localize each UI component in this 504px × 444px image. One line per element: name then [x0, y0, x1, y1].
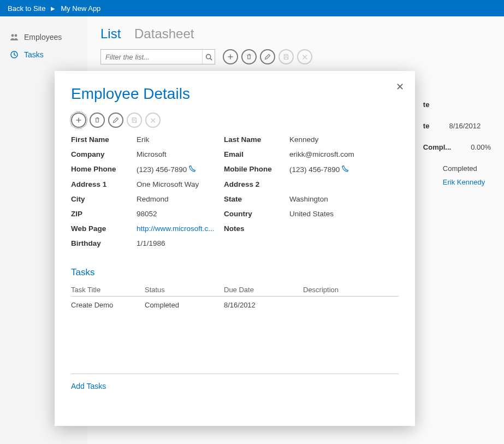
company-value: Microsoft [137, 150, 224, 158]
bg-pct: 0.00% [471, 143, 491, 159]
cell-description [303, 297, 399, 314]
save-button [278, 49, 294, 64]
home-phone-value: (123) 456-7890 [137, 165, 224, 174]
save-button [127, 113, 142, 128]
sidebar-item-label: Tasks [24, 50, 44, 59]
bg-date: 8/16/2012 [449, 122, 481, 138]
cell-task-title: Create Demo [71, 297, 145, 314]
bg-header-1: te [423, 100, 430, 109]
address1-value: One Microsoft Way [137, 180, 224, 188]
last-name-value: Kennedy [289, 135, 382, 144]
add-button[interactable] [223, 49, 238, 64]
email-label: Email [224, 150, 289, 158]
zip-value: 98052 [137, 210, 224, 218]
col-status: Status [145, 283, 224, 297]
people-icon [10, 33, 19, 42]
back-to-site-link[interactable]: Back to Site [8, 4, 45, 13]
mobile-phone-value: (123) 456-7890 [289, 165, 382, 174]
employee-fields: First Name Erik Last Name Kennedy Compan… [71, 135, 399, 247]
dialog-toolbar: ✕ [71, 113, 399, 128]
cancel-button: ✕ [145, 113, 161, 128]
tab-list[interactable]: List [100, 26, 121, 41]
background-grid: te te 8/16/2012 Compl... 0.00% Completed… [423, 100, 491, 192]
add-tasks-link[interactable]: Add Tasks [71, 382, 106, 390]
country-label: Country [224, 210, 289, 218]
home-phone-label: Home Phone [71, 165, 137, 174]
cancel-button: ✕ [297, 49, 312, 64]
cell-due-date: 8/16/2012 [224, 297, 303, 314]
address2-label: Address 2 [224, 180, 289, 188]
mobile-phone-label: Mobile Phone [224, 165, 289, 174]
bg-status: Completed [443, 164, 477, 173]
webpage-link[interactable]: http://www.microsoft.c... [137, 224, 224, 233]
bg-assignee-link[interactable]: Erik Kennedy [443, 178, 485, 186]
birthday-value: 1/1/1986 [137, 239, 224, 247]
address2-value [289, 180, 382, 188]
delete-button[interactable] [241, 49, 257, 64]
main-toolbar: ✕ [223, 49, 312, 64]
birthday-label: Birthday [71, 239, 137, 247]
cell-status: Completed [145, 297, 224, 314]
state-label: State [224, 195, 289, 203]
notes-label: Notes [224, 224, 289, 233]
view-tabs: List Datasheet [100, 26, 491, 42]
col-description: Description [303, 283, 399, 297]
filter-box [100, 49, 215, 64]
bg-header-pct: Compl... [423, 143, 451, 151]
dialog-title: Employee Details [71, 85, 399, 103]
tasks-heading: Tasks [71, 267, 399, 278]
close-icon[interactable]: ✕ [396, 81, 404, 93]
email-value: erikk@microsft.com [289, 150, 382, 158]
webpage-label: Web Page [71, 224, 137, 233]
bg-header-2: te [423, 122, 430, 130]
filter-input[interactable] [101, 53, 202, 61]
sidebar-item-tasks[interactable]: Tasks [0, 46, 87, 63]
edit-button[interactable] [260, 49, 275, 64]
svg-point-1 [15, 34, 17, 37]
state-value: Washington [289, 195, 382, 203]
delete-button[interactable] [90, 113, 105, 128]
city-value: Redmond [137, 195, 224, 203]
tasks-section: Tasks Task Title Status Due Date Descrip… [71, 267, 399, 390]
first-name-value: Erik [137, 135, 224, 144]
col-task-title: Task Title [71, 283, 145, 297]
svg-point-0 [11, 34, 14, 37]
search-icon[interactable] [202, 50, 215, 64]
tasks-table: Task Title Status Due Date Description C… [71, 283, 399, 313]
breadcrumb-separator-icon: ▶ [51, 5, 55, 11]
sidebar-item-label: Employees [24, 33, 62, 42]
address1-label: Address 1 [71, 180, 137, 188]
company-label: Company [71, 150, 137, 158]
col-due-date: Due Date [224, 283, 303, 297]
app-name-link[interactable]: My New App [61, 4, 100, 13]
top-bar: Back to Site ▶ My New App [0, 0, 504, 16]
clock-icon [10, 50, 19, 59]
call-icon[interactable] [342, 165, 349, 174]
city-label: City [71, 195, 137, 203]
divider [71, 374, 399, 374]
edit-button[interactable] [108, 113, 123, 128]
zip-label: ZIP [71, 210, 137, 218]
tab-datasheet[interactable]: Datasheet [134, 26, 194, 41]
sidebar-item-employees[interactable]: Employees [0, 28, 87, 46]
first-name-label: First Name [71, 135, 137, 144]
table-row[interactable]: Create Demo Completed 8/16/2012 [71, 297, 399, 314]
last-name-label: Last Name [224, 135, 289, 144]
notes-value [289, 224, 382, 233]
add-button[interactable] [71, 113, 86, 128]
country-value: United States [289, 210, 382, 218]
call-icon[interactable] [189, 165, 196, 174]
employee-details-dialog: ✕ Employee Details ✕ First Name Erik Las… [55, 71, 415, 426]
svg-point-3 [206, 54, 210, 58]
